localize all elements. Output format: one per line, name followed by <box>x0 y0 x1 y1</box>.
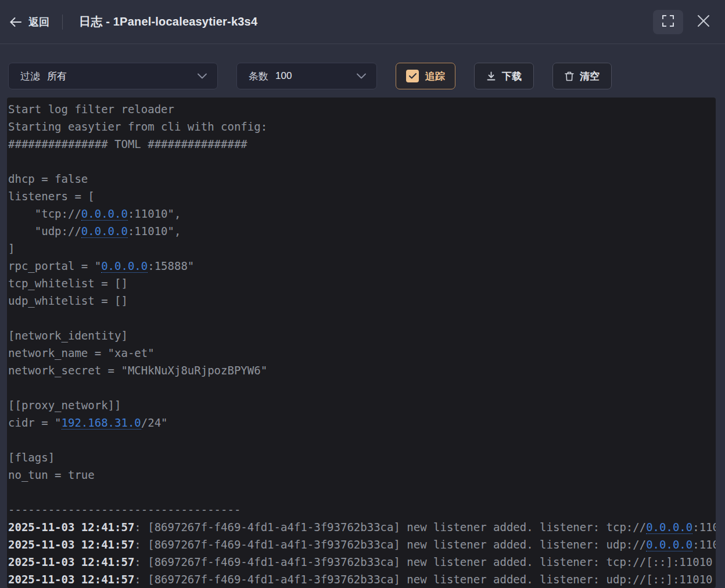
log-line: tcp_whitelist = [] <box>8 275 716 292</box>
log-line: ----------------------------------- <box>8 501 716 518</box>
trash-icon <box>565 71 574 81</box>
log-line <box>8 153 716 170</box>
download-icon <box>486 71 496 81</box>
check-icon <box>409 71 417 81</box>
log-line: "tcp://0.0.0.0:11010", <box>8 205 716 222</box>
lines-select[interactable]: 条数 100 <box>236 63 377 89</box>
chevron-down-icon <box>357 73 366 79</box>
log-line <box>8 309 716 327</box>
download-button[interactable]: 下载 <box>474 63 534 89</box>
toolbar: 过滤 所有 条数 100 追踪 <box>8 63 725 89</box>
clear-label: 清空 <box>580 70 600 83</box>
log-line: [[proxy_network]] <box>8 396 716 414</box>
close-button[interactable] <box>694 12 713 32</box>
log-line: Start log filter reloader <box>8 100 716 118</box>
log-line: ############### TOML ############### <box>8 135 716 153</box>
log-line: rpc_portal = "0.0.0.0:15888" <box>8 257 716 275</box>
page-title: 日志 - 1Panel-localeasytier-k3s4 <box>79 14 257 30</box>
log-line <box>8 379 716 396</box>
log-line: 2025-11-03 12:41:57: [8697267f-f469-4fd1… <box>8 553 716 571</box>
log-line: "udp://0.0.0.0:11010", <box>8 222 716 240</box>
filter-label: 过滤 <box>20 70 40 83</box>
chevron-down-icon <box>198 73 207 79</box>
lines-value: 100 <box>275 70 292 82</box>
fullscreen-button[interactable] <box>653 10 683 34</box>
log-line: 2025-11-03 12:41:57: [8697267f-f469-4fd1… <box>8 571 716 588</box>
back-button[interactable]: 返回 <box>9 15 49 29</box>
clear-button[interactable]: 清空 <box>552 63 612 89</box>
log-line: [flags] <box>8 449 716 466</box>
log-line: no_tun = true <box>8 466 716 484</box>
log-panel[interactable]: Start log filter reloaderStarting easyti… <box>7 98 716 588</box>
close-icon <box>697 14 710 30</box>
log-line: ] <box>8 240 716 257</box>
log-line: listeners = [ <box>8 187 716 205</box>
lines-label: 条数 <box>249 70 268 83</box>
log-line: dhcp = false <box>8 170 716 187</box>
log-line: network_secret = "MCHkNuXj8uRjpozBPYW6" <box>8 362 716 379</box>
log-line: network_name = "xa-et" <box>8 344 716 362</box>
header-divider <box>62 15 63 30</box>
filter-select[interactable]: 过滤 所有 <box>8 63 218 89</box>
log-line: udp_whitelist = [] <box>8 292 716 309</box>
log-line <box>8 431 716 449</box>
follow-toggle[interactable]: 追踪 <box>396 63 455 89</box>
arrow-left-icon <box>9 17 22 27</box>
header: 返回 日志 - 1Panel-localeasytier-k3s4 <box>0 0 725 44</box>
follow-label: 追踪 <box>425 70 445 83</box>
log-line: cidr = "192.168.31.0/24" <box>8 414 716 431</box>
follow-checkbox[interactable] <box>406 70 419 82</box>
log-line: Starting easytier from cli with config: <box>8 118 716 135</box>
download-label: 下载 <box>502 70 522 83</box>
log-line: 2025-11-03 12:41:57: [8697267f-f469-4fd1… <box>8 518 716 536</box>
filter-value: 所有 <box>47 70 67 83</box>
log-line <box>8 484 716 501</box>
log-line: [network_identity] <box>8 327 716 344</box>
log-line: 2025-11-03 12:41:57: [8697267f-f469-4fd1… <box>8 536 716 553</box>
back-label: 返回 <box>28 15 49 29</box>
fullscreen-icon <box>662 15 674 30</box>
